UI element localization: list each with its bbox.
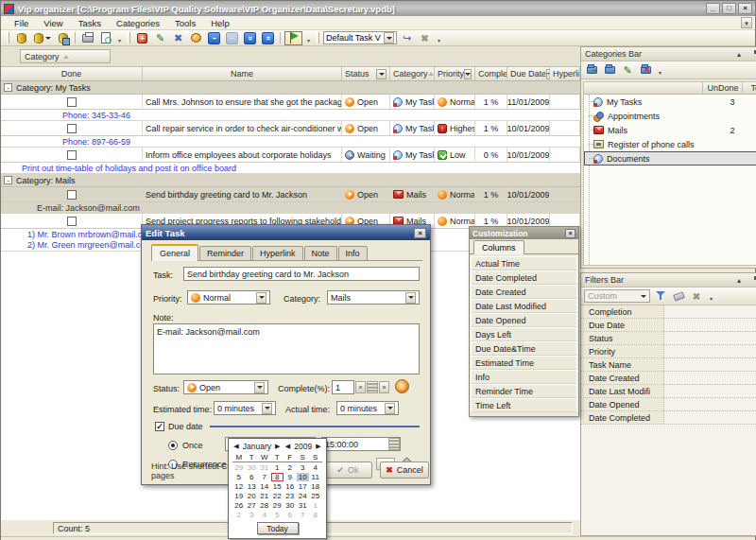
task-view-combo[interactable]: Default Task V — [323, 31, 397, 44]
remove-filter-button[interactable]: ✖ — [689, 289, 704, 303]
calendar-day[interactable]: 30 — [284, 501, 297, 510]
calendar-day[interactable]: 12 — [232, 482, 246, 491]
once-radio[interactable] — [168, 441, 178, 450]
complete-input[interactable]: 1 — [332, 380, 354, 394]
filter-value-field[interactable] — [664, 358, 756, 371]
pin-icon[interactable] — [747, 275, 756, 286]
col-header-complete[interactable]: Complete — [475, 67, 507, 80]
menu-file[interactable]: File — [7, 17, 36, 29]
toolbar-overflow-icon[interactable]: ▾ — [707, 289, 715, 303]
actual-time-combo[interactable]: 0 minutes — [336, 401, 399, 415]
prev-year-icon[interactable]: ◀ — [284, 443, 292, 450]
chevron-down-icon[interactable] — [254, 382, 265, 393]
list-item[interactable]: Reminder Time — [471, 384, 577, 398]
group-row-my-tasks[interactable]: - Category: My Tasks — [1, 81, 580, 95]
status-combo[interactable]: Open — [183, 380, 268, 394]
col-header-category[interactable]: Category — [390, 67, 435, 80]
calendar-day[interactable]: 24 — [297, 492, 310, 500]
calendar-day[interactable]: 6 — [246, 473, 259, 481]
calendar-day[interactable]: 17 — [297, 482, 310, 491]
due-date-checkbox[interactable]: ✓ — [155, 422, 164, 431]
done-checkbox[interactable] — [67, 124, 77, 133]
done-checkbox[interactable] — [67, 190, 77, 200]
menu-tools[interactable]: Tools — [167, 17, 203, 29]
table-row[interactable]: Call repair service in order to check ai… — [1, 121, 580, 136]
ok-button[interactable]: ✔ Ok — [323, 462, 372, 479]
collapse-panel-icon[interactable]: ▴ — [734, 49, 745, 60]
calendar-day[interactable]: 2 — [232, 511, 246, 519]
cancel-button[interactable]: ✖ Cancel — [380, 462, 429, 479]
calendar-day-selected[interactable]: 10 — [297, 473, 310, 481]
menu-categories[interactable]: Categories — [109, 17, 167, 29]
list-item[interactable]: Actual Time — [471, 256, 577, 270]
calendar-day[interactable]: 4 — [309, 463, 322, 472]
edit-task-button[interactable]: ✎ — [152, 31, 168, 45]
clear-view-button[interactable]: ✖ — [417, 31, 433, 45]
calendar-day[interactable]: 5 — [271, 511, 284, 519]
add-subcategory-button[interactable] — [602, 63, 617, 77]
collapse-icon[interactable]: - — [4, 176, 12, 184]
table-row[interactable]: Inform office employees about corporate … — [1, 148, 580, 163]
collapse-panel-icon[interactable]: ▴ — [734, 275, 745, 286]
filter-value-field[interactable] — [664, 332, 756, 344]
filter-value-field[interactable] — [664, 305, 756, 318]
calendar-day[interactable]: 21 — [258, 492, 271, 500]
done-checkbox[interactable] — [67, 217, 77, 226]
col-header-hyperlink[interactable]: Hyperlink — [550, 67, 580, 80]
move-bottom-button[interactable]: » — [242, 31, 258, 45]
time-spinner[interactable] — [388, 438, 400, 450]
list-item[interactable]: Time Left — [471, 398, 577, 412]
calendar-day[interactable]: 28 — [258, 501, 271, 510]
list-item[interactable]: Days Left — [471, 327, 577, 341]
filter-value-field[interactable] — [664, 385, 756, 397]
prev-month-icon[interactable]: ◀ — [232, 443, 240, 450]
filter-value-field[interactable] — [664, 345, 756, 357]
menu-help[interactable]: Help — [203, 17, 237, 29]
category-item-documents[interactable]: Documents — [584, 151, 756, 165]
category-item-appointments[interactable]: Appointments — [584, 109, 756, 123]
category-item-my-tasks[interactable]: My Tasks 3 3 — [584, 95, 756, 109]
priority-filter-icon[interactable] — [464, 69, 472, 79]
chevron-down-icon[interactable] — [405, 292, 416, 304]
apply-view-button[interactable]: ↪ — [399, 31, 415, 45]
tab-note[interactable]: Note — [304, 246, 337, 260]
delete-task-button[interactable]: ✖ — [170, 31, 186, 45]
menu-tasks[interactable]: Tasks — [71, 17, 109, 29]
table-row[interactable]: Call Mrs. Johnson to ensure that she got… — [1, 95, 580, 110]
group-row-mails[interactable]: - Category: Mails — [1, 174, 580, 187]
close-button[interactable]: × — [738, 3, 752, 14]
print-button[interactable] — [79, 31, 95, 45]
new-task-button[interactable]: + — [134, 31, 150, 45]
decrement-10-button[interactable]: « — [355, 381, 366, 393]
close-icon[interactable]: × — [565, 229, 576, 238]
col-header-priority[interactable]: Priority — [435, 67, 475, 80]
calendar-day[interactable]: 14 — [258, 482, 271, 491]
category-item-register-of-phone-calls[interactable]: Register of phone calls — [584, 137, 756, 151]
calendar-day[interactable]: 2 — [284, 463, 297, 472]
delete-category-button[interactable] — [638, 63, 653, 77]
pin-icon[interactable] — [747, 49, 756, 60]
calendar-day[interactable]: 5 — [232, 473, 246, 481]
toolbar-overflow-icon[interactable]: ▾ — [656, 63, 664, 77]
list-item[interactable]: Estimated Time — [471, 356, 577, 370]
calendar-day[interactable]: 9 — [284, 473, 297, 481]
calendar-day[interactable]: 7 — [297, 511, 310, 519]
list-item[interactable]: Date Created — [471, 285, 577, 299]
calendar-day[interactable]: 29 — [232, 463, 246, 472]
menubar-overflow-icon[interactable]: ▾ — [741, 17, 752, 28]
col-header-status[interactable]: Status — [342, 67, 390, 80]
list-item[interactable]: Date Last Modified — [471, 299, 577, 313]
calendar-day[interactable]: 29 — [271, 501, 284, 510]
new-database-button[interactable] — [13, 31, 29, 45]
calendar-day[interactable]: 15 — [271, 482, 284, 491]
clear-filter-button[interactable] — [671, 289, 686, 303]
filter-preset-combo[interactable]: Custom — [584, 289, 650, 303]
calendar-day[interactable]: 27 — [246, 501, 259, 510]
status-filter-icon[interactable] — [376, 69, 387, 79]
note-textarea[interactable]: E-mail: Jackson@mail.com — [153, 323, 420, 375]
calendar-day[interactable]: 1 — [271, 463, 284, 472]
calendar-day[interactable]: 18 — [309, 482, 322, 491]
table-row-selected[interactable]: Send birthday greeting card to Mr. Jacks… — [1, 187, 580, 202]
today-button[interactable]: Today — [257, 522, 299, 534]
calendar-day[interactable]: 8 — [309, 511, 322, 519]
